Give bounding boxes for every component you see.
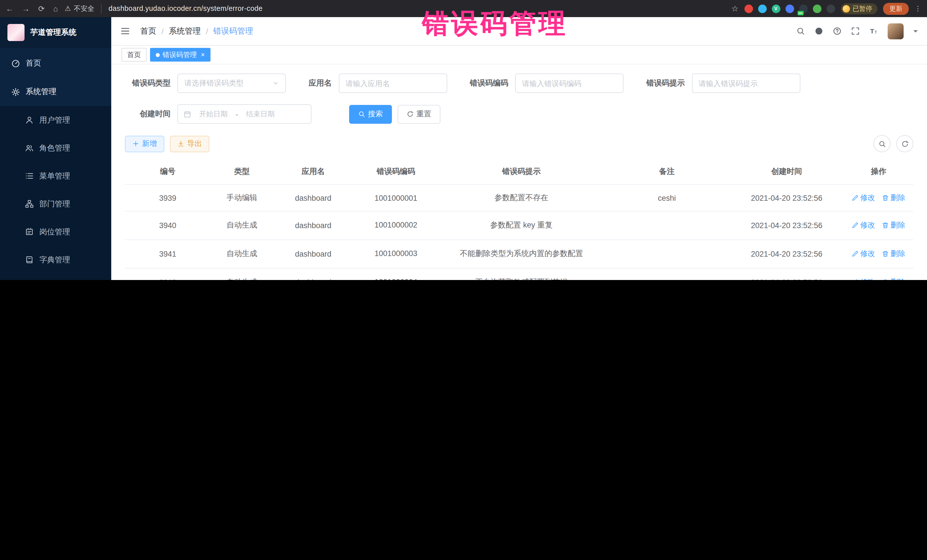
column-header: 错误码编码: [353, 159, 439, 185]
cell-id: 3940: [125, 211, 211, 240]
table-header-row: 编号类型应用名错误码编码错误码提示备注创建时间操作: [125, 159, 913, 185]
avatar[interactable]: [887, 23, 904, 39]
filter-time-label: 创建时间: [125, 109, 170, 119]
sidebar-item-notice[interactable]: 通知公告: [0, 274, 111, 280]
search-icon: [878, 140, 886, 147]
breadcrumb-item[interactable]: 系统管理: [169, 26, 201, 36]
search-icon: [358, 111, 365, 117]
breadcrumb-separator: /: [206, 27, 208, 36]
cell-time: 2021-04-20 23:52:56: [729, 185, 844, 211]
sidebar-item-post[interactable]: 岗位管理: [0, 218, 111, 246]
sidebar-item-dept[interactable]: 部门管理: [0, 190, 111, 218]
edit-link[interactable]: 修改: [852, 249, 875, 259]
edit-link[interactable]: 修改: [852, 220, 875, 231]
screen: 错误码管理 ← → ⟳ ⌂ ⚠ 不安全 dashboard.yudao.ioco…: [0, 0, 927, 280]
home-icon[interactable]: ⌂: [53, 4, 58, 13]
tab-close-icon[interactable]: ×: [201, 51, 205, 59]
sidebar-menu: 首页系统管理用户管理角色管理菜单管理部门管理岗位管理字典管理通知公告审计日志在线…: [0, 48, 111, 280]
cell-msg: 不能删除类型为系统内置的参数配置: [439, 240, 604, 268]
sidebar-item-menu[interactable]: 菜单管理: [0, 162, 111, 190]
cell-app: dashboard: [273, 240, 353, 268]
svg-text:T: T: [870, 28, 874, 35]
cell-code: 1001000004: [353, 268, 439, 280]
forward-icon[interactable]: →: [22, 4, 30, 13]
sidebar-item-dict[interactable]: 字典管理: [0, 246, 111, 274]
sidebar-item-home[interactable]: 首页: [0, 49, 111, 77]
filter-form: 错误码类型 请选择错误码类型 应用名: [125, 74, 913, 124]
tab-首页[interactable]: 首页: [122, 48, 147, 62]
filter-app-label: 应用名: [308, 78, 332, 88]
error-code-input[interactable]: [515, 74, 623, 93]
system-icon: [11, 88, 20, 96]
column-header: 编号: [125, 159, 211, 185]
edit-link[interactable]: 修改: [852, 193, 875, 203]
chevron-down-icon[interactable]: [913, 30, 918, 35]
bookmark-star-icon[interactable]: ☆: [731, 4, 739, 13]
cell-actions: 修改删除: [844, 240, 913, 268]
user-icon: [25, 116, 33, 124]
calendar-icon: [184, 110, 191, 118]
search-icon[interactable]: [796, 27, 805, 35]
fullscreen-icon[interactable]: [851, 27, 860, 35]
table-row: 3942自动生成dashboard1001000004不允许获取敏感配置到前端2…: [125, 268, 913, 280]
dashboard-icon: [11, 59, 20, 68]
browser-menu-icon[interactable]: ⋮: [915, 5, 921, 12]
breadcrumb-item[interactable]: 首页: [140, 26, 156, 36]
sidebar-item-label: 角色管理: [40, 143, 70, 153]
record-ext-icon[interactable]: [744, 4, 753, 13]
cell-app: dashboard: [273, 211, 353, 240]
svg-text:T: T: [874, 30, 877, 35]
back-icon[interactable]: ←: [6, 4, 14, 13]
logo-image: [8, 24, 24, 41]
topbar-actions: TT: [796, 23, 918, 39]
github-icon[interactable]: [815, 27, 823, 35]
refresh-table-button[interactable]: [896, 135, 913, 152]
hamburger-icon[interactable]: [120, 26, 130, 36]
help-icon[interactable]: [833, 27, 842, 35]
paused-label: 已暂停: [853, 4, 872, 13]
export-button[interactable]: 导出: [170, 135, 209, 152]
edit-icon: [852, 250, 859, 258]
download-icon: [178, 140, 184, 147]
vue-devtools-ext-icon[interactable]: V: [772, 4, 780, 13]
grid-ext-icon[interactable]: [785, 4, 794, 13]
pin-ext-icon[interactable]: [826, 4, 835, 13]
drop-ext-icon[interactable]: [758, 4, 766, 13]
app-name-input[interactable]: [339, 74, 447, 93]
select-placeholder: 请选择错误码类型: [184, 78, 243, 88]
profile-paused-badge[interactable]: 已暂停: [840, 3, 877, 14]
error-type-select[interactable]: 请选择错误码类型: [178, 74, 286, 93]
browser-update-button[interactable]: 更新: [883, 3, 909, 15]
edit-icon: [852, 194, 859, 201]
delete-link[interactable]: 删除: [882, 278, 905, 280]
logo-title: 芋道管理系统: [30, 27, 76, 38]
refresh-icon: [901, 140, 909, 147]
search-button[interactable]: 搜索: [349, 105, 392, 123]
tab-label: 首页: [127, 50, 141, 59]
sidebar-item-system[interactable]: 系统管理: [0, 77, 111, 106]
column-header: 创建时间: [729, 159, 844, 185]
address-bar[interactable]: dashboard.yudao.iocoder.cn/system/error-…: [108, 5, 263, 12]
leaf-ext-icon[interactable]: [813, 4, 821, 13]
cell-actions: 修改删除: [844, 185, 913, 211]
switch-ext-icon[interactable]: on: [799, 4, 807, 13]
font-size-icon[interactable]: TT: [869, 27, 878, 35]
create-time-range[interactable]: -: [178, 104, 312, 124]
start-date-input[interactable]: [194, 109, 233, 118]
end-date-input[interactable]: [241, 109, 280, 118]
cell-remark: [604, 240, 729, 268]
sidebar-item-user[interactable]: 用户管理: [0, 106, 111, 134]
delete-link[interactable]: 删除: [882, 249, 905, 259]
delete-link[interactable]: 删除: [882, 220, 905, 231]
reload-icon[interactable]: ⟳: [38, 4, 45, 13]
security-indicator[interactable]: ⚠ 不安全: [65, 4, 102, 14]
reset-button[interactable]: 重置: [398, 105, 441, 123]
logo[interactable]: 芋道管理系统: [0, 17, 111, 48]
sidebar-item-role[interactable]: 角色管理: [0, 134, 111, 162]
tab-错误码管理[interactable]: 错误码管理×: [150, 48, 211, 62]
error-msg-input[interactable]: [692, 74, 800, 93]
edit-link[interactable]: 修改: [852, 278, 875, 280]
add-button[interactable]: 新增: [125, 135, 164, 152]
show-search-button[interactable]: [873, 135, 891, 152]
delete-link[interactable]: 删除: [882, 193, 905, 203]
